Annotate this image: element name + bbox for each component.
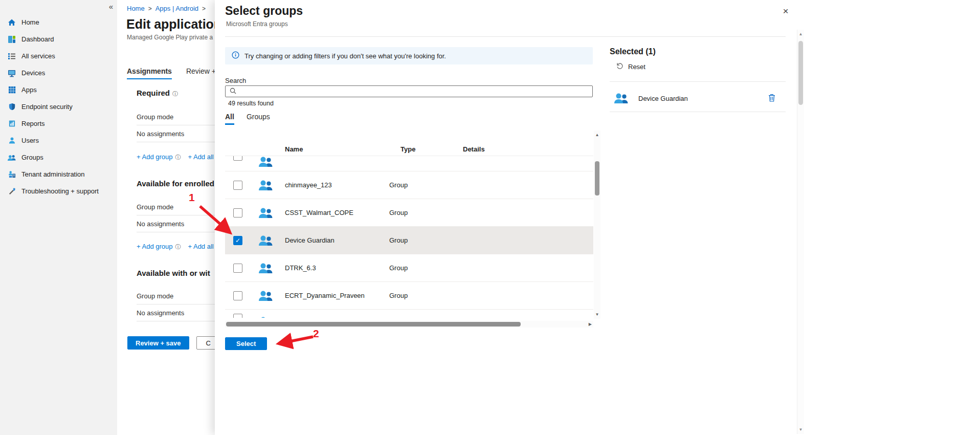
search-box (225, 85, 593, 97)
groups-icon (7, 154, 16, 162)
review-save-button[interactable]: Review + save (127, 336, 189, 350)
row-checkbox[interactable] (233, 156, 242, 161)
column-name: Name (285, 145, 400, 153)
horizontal-scrollbar-thumb[interactable] (226, 322, 521, 327)
page-title: Edit application (126, 17, 221, 32)
table-row[interactable]: DTRK_6.3 Group (225, 254, 593, 282)
apps-icon (7, 86, 16, 94)
breadcrumb-home-link[interactable]: Home (127, 5, 145, 12)
row-checkbox-checked[interactable]: ✓ (233, 236, 242, 245)
info-icon: ⓘ (175, 244, 181, 250)
panel-scrollbar[interactable]: ▲ ▼ (797, 30, 804, 434)
scroll-down-icon[interactable]: ▼ (797, 427, 804, 432)
group-icon (257, 316, 274, 318)
sidebar-item-reports[interactable]: Reports (0, 115, 117, 132)
sidebar-item-endpoint-security[interactable]: Endpoint security (0, 98, 117, 115)
group-name: ECRT_Dyanamic_Praveen (285, 292, 389, 299)
add-group-link[interactable]: + Add groupⓘ (137, 153, 181, 161)
group-type: Group (389, 292, 452, 299)
tab-review[interactable]: Review + (186, 67, 216, 79)
sidebar-item-all-services[interactable]: All services (0, 48, 117, 64)
select-groups-panel: Select groups Microsoft Entra groups × T… (215, 0, 980, 435)
tab-groups[interactable]: Groups (247, 113, 270, 125)
filter-info-banner: Try changing or adding filters if you do… (225, 47, 593, 64)
scroll-right-icon[interactable]: ▶ (589, 322, 592, 327)
remove-selected-icon[interactable] (768, 94, 775, 104)
tab-all[interactable]: All (225, 113, 234, 125)
results-count: 49 results found (228, 100, 274, 107)
close-icon[interactable]: × (779, 5, 792, 17)
group-name: chinmayee_123 (285, 181, 389, 189)
user-icon (7, 137, 16, 145)
reset-button[interactable]: Reset (616, 62, 645, 71)
group-icon (257, 179, 274, 191)
group-icon (257, 156, 274, 168)
panel-subtitle: Microsoft Entra groups (226, 20, 288, 28)
scroll-up-icon[interactable]: ▲ (797, 32, 804, 36)
add-group-link[interactable]: + Add groupⓘ (137, 243, 181, 251)
section-heading-required: Requiredⓘ (137, 89, 178, 98)
sidebar-item-dashboard[interactable]: Dashboard (0, 31, 117, 48)
panel-scrollbar-thumb[interactable] (798, 41, 803, 105)
table-row-selected[interactable]: ✓ Device Guardian Group (225, 227, 593, 254)
scroll-down-icon[interactable]: ▼ (594, 312, 600, 317)
page-subtitle: Managed Google Play private a (127, 34, 213, 41)
selected-title: Selected (1) (610, 47, 656, 56)
sidebar-item-apps[interactable]: Apps (0, 81, 117, 98)
table-row[interactable]: chinmayee_123 Group (225, 171, 593, 199)
devices-icon (7, 69, 16, 77)
sidebar-item-home[interactable]: Home (0, 14, 117, 31)
group-type: Group (389, 181, 452, 189)
sidebar-item-label: Reports (21, 120, 45, 127)
breadcrumb-separator: > (202, 5, 206, 12)
sidebar-item-tenant-administration[interactable]: Tenant administration (0, 166, 117, 183)
divider (610, 112, 786, 112)
sidebar-item-label: Endpoint security (21, 103, 73, 111)
list-horizontal-scrollbar[interactable]: ▶ (225, 321, 593, 328)
row-checkbox[interactable] (233, 208, 242, 217)
row-checkbox[interactable] (233, 264, 242, 273)
panel-title: Select groups (225, 4, 303, 18)
section-heading-available-enrolled: Available for enrolled (137, 179, 214, 188)
sidebar-collapse-button[interactable]: « (109, 2, 113, 11)
group-icon (257, 207, 274, 219)
sidebar-item-groups[interactable]: Groups (0, 149, 117, 166)
header-divider (225, 36, 786, 37)
table-row[interactable]: ECRT_Dyanamic_Praveen Group (225, 282, 593, 310)
breadcrumb-current-link[interactable]: Apps | Android (155, 5, 198, 12)
sidebar-item-label: Users (21, 137, 39, 144)
group-type: Group (389, 209, 452, 216)
sidebar-item-users[interactable]: Users (0, 132, 117, 149)
all-services-icon (7, 52, 16, 60)
partial-row (225, 156, 593, 171)
group-type: Group (389, 264, 452, 272)
sidebar-nav: Home Dashboard All services Devices Apps… (0, 0, 117, 200)
screen: « Home Dashboard All services Devices Ap… (0, 0, 980, 435)
vertical-scrollbar-thumb[interactable] (595, 161, 599, 195)
list-vertical-scrollbar[interactable]: ▲ ▼ (594, 130, 600, 319)
divider (610, 81, 786, 82)
page-tabs: Assignments Review + (127, 67, 216, 79)
row-checkbox[interactable] (233, 181, 242, 190)
select-button[interactable]: Select (225, 337, 267, 350)
shield-icon (7, 103, 16, 111)
home-icon (7, 18, 16, 27)
breadcrumb: Home>Apps | Android> (127, 5, 209, 12)
reports-icon (7, 120, 16, 128)
panel-tabs: All Groups (225, 113, 270, 125)
row-checkbox[interactable] (233, 314, 242, 318)
table-row[interactable]: CSST_Walmart_COPE Group (225, 199, 593, 227)
sidebar-item-label: Dashboard (21, 35, 54, 43)
group-type: Group (389, 236, 452, 244)
sidebar-item-troubleshooting[interactable]: Troubleshooting + support (0, 183, 117, 200)
scroll-up-icon[interactable]: ▲ (594, 133, 600, 137)
info-icon: ⓘ (175, 154, 181, 160)
search-input[interactable] (239, 86, 592, 97)
tab-assignments[interactable]: Assignments (127, 67, 172, 79)
sidebar-item-label: Home (21, 18, 39, 26)
sidebar-item-label: All services (21, 52, 55, 60)
sidebar-item-label: Devices (21, 69, 45, 77)
sidebar-item-devices[interactable]: Devices (0, 64, 117, 81)
row-checkbox[interactable] (233, 291, 242, 300)
column-details: Details (463, 145, 593, 153)
